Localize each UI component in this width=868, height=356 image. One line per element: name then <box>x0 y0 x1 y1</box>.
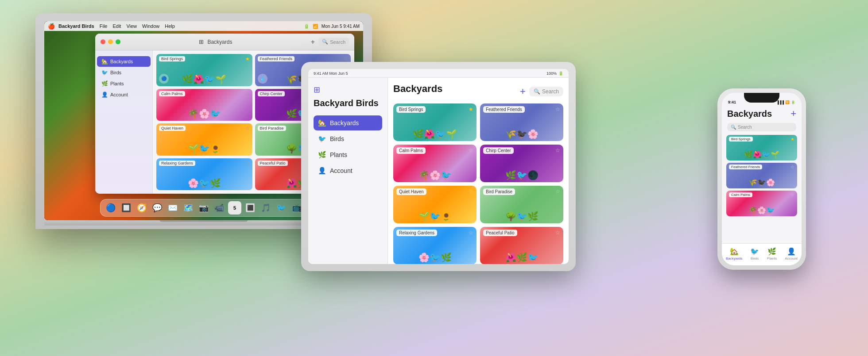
ipad-bird-paradise-star[interactable]: ☆ <box>555 188 560 195</box>
search-icon: 🔍 <box>322 39 328 45</box>
ipad-nav-backyards[interactable]: 🏡 Backyards <box>314 115 382 130</box>
iphone-search-box[interactable]: 🔍 Search <box>727 123 796 131</box>
mac-search-box[interactable]: 🔍 Search <box>318 38 349 46</box>
menu-file[interactable]: File <box>100 23 108 29</box>
dock-safari[interactable]: 🧭 <box>135 201 148 214</box>
ipad-nav-account-label: Account <box>330 167 353 174</box>
ipad-card-feathered-friends[interactable]: 🌾🐦‍⬛🌸 Feathered Friends ☆ <box>480 103 563 141</box>
maximize-button[interactable] <box>116 39 120 44</box>
iphone-battery-icon: 🔋 <box>791 100 795 104</box>
iphone-feathered-star[interactable]: ☆ <box>790 165 794 169</box>
menu-help[interactable]: Help <box>165 23 175 29</box>
ipad-backyards-icon: 🏡 <box>318 119 326 127</box>
ipad-add-button[interactable]: + <box>520 86 526 97</box>
mac-toolbar-right: + 🔍 Search <box>311 38 349 46</box>
sidebar-item-account[interactable]: 👤 Account <box>97 89 151 100</box>
sidebar-backyards-label: Backyards <box>110 59 133 64</box>
menu-battery: 🔋 <box>304 24 309 29</box>
iphone-search-placeholder: Search <box>738 125 752 130</box>
dock-calendar[interactable]: 5 <box>228 201 241 214</box>
ipad-relaxing-star[interactable]: ☆ <box>469 230 473 236</box>
mac-titlebar: ⊞ Backyards + 🔍 Search <box>95 34 354 50</box>
ipad-quiet-star[interactable]: ☆ <box>469 188 473 195</box>
ipad-chirp-label: Chirp Center <box>483 147 514 154</box>
ipad-nav-account[interactable]: 👤 Account <box>314 163 382 178</box>
ipad-bird-paradise-label: Bird Paradise <box>483 188 515 195</box>
ipad-app-title: Backyard Birds <box>314 98 382 108</box>
sidebar-item-backyards[interactable]: 🏡 Backyards <box>97 56 151 67</box>
iphone-feathered-label: Feathered Friends <box>729 165 762 169</box>
iphone-screen: 9:41 ▐▐▐ 🛜 🔋 + Backyards 🔍 Search <box>722 93 802 265</box>
chirp-label: Chirp Center <box>258 91 285 96</box>
sidebar-account-label: Account <box>110 92 128 97</box>
ipad-card-chirp-center[interactable]: 🌿🐦🌑 Chirp Center ☆ <box>480 145 563 182</box>
mac-card-quiet-haven[interactable]: 🌱🐦🌻 Quiet Haven ☆ <box>156 123 252 156</box>
ipad-body: 9:41 AM Mon Jun 5 100% 🔋 ⊞ Backyard Bird… <box>301 62 576 271</box>
ipad-search-box[interactable]: 🔍 Search <box>529 87 563 96</box>
mac-card-calm-palms[interactable]: 🌴🌸🐦 Calm Palms ☆ <box>156 89 252 121</box>
ipad-peaceful-star[interactable]: ☆ <box>555 230 560 236</box>
sidebar-item-birds[interactable]: 🐦 Birds <box>97 67 151 78</box>
ipad-nav-birds[interactable]: 🐦 Birds <box>314 131 382 146</box>
iphone-tab-plants[interactable]: 🌿 Plants <box>767 247 777 260</box>
ipad-nav-plants[interactable]: 🌿 Plants <box>314 147 382 162</box>
apple-menu[interactable]: 🍎 <box>48 23 55 30</box>
ipad-bird-springs-star[interactable]: ★ <box>469 106 473 112</box>
iphone-tab-account[interactable]: 👤 Account <box>785 247 798 260</box>
menu-edit[interactable]: Edit <box>112 23 121 29</box>
ipad-birds-icon: 🐦 <box>318 135 326 143</box>
iphone-time: 9:41 <box>728 100 736 104</box>
minimize-button[interactable] <box>108 39 113 44</box>
mac-add-button[interactable]: + <box>311 38 315 46</box>
iphone-add-button[interactable]: + <box>790 108 796 119</box>
ipad-search-icon: 🔍 <box>534 88 540 95</box>
ipad-statusbar-right: 100% 🔋 <box>546 71 563 76</box>
ipad-app-body: ⊞ Backyard Birds 🏡 Backyards 🐦 Birds 🌿 P… <box>308 78 569 264</box>
dock-mail[interactable]: ✉️ <box>166 201 179 214</box>
ipad-nav-backyards-label: Backyards <box>330 119 359 126</box>
iphone-tab-birds[interactable]: 🐦 Birds <box>750 247 759 260</box>
close-button[interactable] <box>101 39 105 44</box>
menu-window[interactable]: Window <box>142 23 159 29</box>
relaxing-star[interactable]: ☆ <box>245 161 250 166</box>
ipad-screen: 9:41 AM Mon Jun 5 100% 🔋 ⊞ Backyard Bird… <box>308 69 569 264</box>
iphone-tab-plants-icon: 🌿 <box>767 247 776 256</box>
quiet-star[interactable]: ☆ <box>245 126 250 131</box>
menubar-right: 🔋 📶 Mon Jun 5 9:41 AM <box>304 24 360 29</box>
dock-hummingbird[interactable]: 🐦 <box>275 201 288 214</box>
dock-messages[interactable]: 💬 <box>151 201 164 214</box>
ipad-card-calm-palms[interactable]: 🌴🌸🐦 Calm Palms ☆ <box>393 145 477 182</box>
dock-maps[interactable]: 🗺️ <box>182 201 195 214</box>
ipad-card-peaceful-patio[interactable]: 🌺🌿🐦 Peaceful Patio ☆ <box>480 227 563 264</box>
ipad-card-bird-springs[interactable]: 🌿🌺🐦🌱 Bird Springs ★ <box>393 103 477 141</box>
macbook-menubar: 🍎 Backyard Birds File Edit View Window H… <box>44 21 363 31</box>
dock-apps[interactable]: 🔳 <box>244 201 257 214</box>
ipad-feathered-star[interactable]: ☆ <box>555 106 560 112</box>
mac-card-bird-springs[interactable]: 🌿🌺🐦🌱 Bird Springs ★ 🔵 <box>156 54 252 86</box>
dock-photos[interactable]: 📷 <box>197 201 210 214</box>
ipad-card-bird-paradise[interactable]: 🌳🐦🌿 Bird Paradise ☆ <box>480 186 563 223</box>
mac-card-relaxing-gardens[interactable]: 🌸🐦🌿 Relaxing Gardens ☆ <box>156 158 252 191</box>
dock-launchpad[interactable]: 🔲 <box>120 201 133 214</box>
iphone-wifi-icon: 🛜 <box>785 100 790 104</box>
ipad-calm-palms-star[interactable]: ☆ <box>469 147 473 153</box>
iphone-calm-palms-star[interactable]: ☆ <box>790 192 794 197</box>
iphone-tab-backyards[interactable]: 🏡 Backyards <box>726 247 742 260</box>
dock-facetime[interactable]: 📹 <box>213 201 226 214</box>
iphone-card-calm-palms[interactable]: 🌴🌸🐦 Calm Palms ☆ <box>726 191 797 216</box>
dock-finder[interactable]: 🔵 <box>104 201 117 214</box>
ipad-card-relaxing-gardens[interactable]: 🌸🐦🌿 Relaxing Gardens ☆ <box>393 227 477 264</box>
dock-music[interactable]: 🎵 <box>259 201 272 214</box>
bird-springs-star[interactable]: ★ <box>245 56 250 62</box>
ipad-chirp-star[interactable]: ☆ <box>555 147 560 153</box>
iphone-card-feathered-friends[interactable]: 🌾🐦‍⬛🌸 Feathered Friends ☆ <box>726 163 797 188</box>
ipad-card-quiet-haven[interactable]: 🌱🐦🌻 Quiet Haven ☆ <box>393 186 477 223</box>
feathered-star[interactable]: ☆ <box>344 56 348 62</box>
iphone-card-bird-springs[interactable]: 🌿🌺🐦🌱 Bird Springs ★ <box>726 135 797 161</box>
ipad-nav-plants-label: Plants <box>330 151 347 158</box>
menu-view[interactable]: View <box>126 23 137 29</box>
sidebar-item-plants[interactable]: 🌿 Plants <box>97 78 151 89</box>
iphone-bird-springs-star[interactable]: ★ <box>790 137 794 142</box>
relaxing-label: Relaxing Gardens <box>159 161 195 166</box>
calm-palms-star[interactable]: ☆ <box>245 91 250 97</box>
